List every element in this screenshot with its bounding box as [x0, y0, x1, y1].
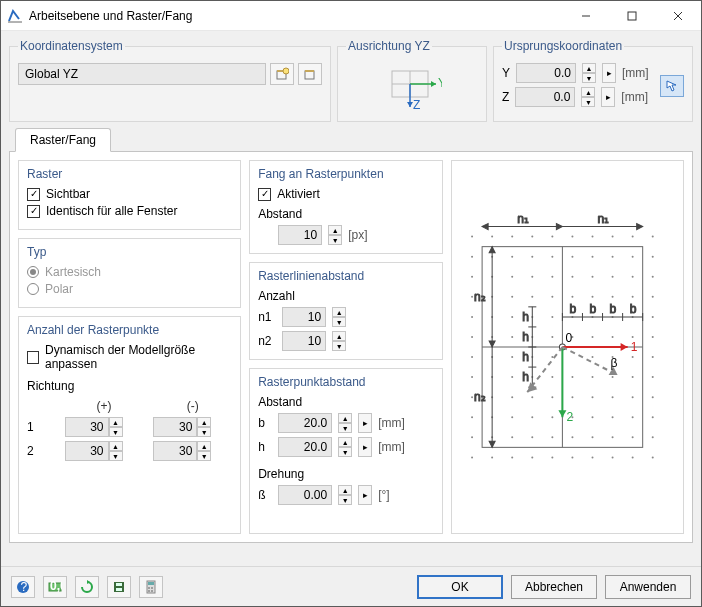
direction-2-label: 2 [27, 444, 55, 458]
svg-point-79 [572, 276, 574, 278]
snap-distance-value[interactable] [278, 225, 322, 245]
save-button[interactable] [107, 576, 131, 598]
svg-point-39 [471, 276, 473, 278]
svg-point-102 [552, 336, 554, 338]
snap-enabled-checkbox[interactable]: Aktiviert [258, 187, 434, 201]
beta-value[interactable] [278, 485, 332, 505]
calculator-button[interactable] [139, 576, 163, 598]
help-button[interactable]: ? [11, 576, 35, 598]
reset-button[interactable] [75, 576, 99, 598]
svg-point-125 [552, 396, 554, 398]
dynamic-size-checkbox[interactable]: Dynamisch der Modellgröße anpassen [27, 343, 232, 371]
svg-text:0,00: 0,00 [50, 580, 62, 593]
gridpoint-spacing-group: Rasterpunktabstand Abstand b ▲▼ ▸ [mm] h [249, 368, 443, 534]
svg-point-44 [652, 316, 654, 318]
ok-button[interactable]: OK [417, 575, 503, 599]
svg-point-123 [511, 396, 513, 398]
cancel-button[interactable]: Abbrechen [511, 575, 597, 599]
coordinate-system-value[interactable] [18, 63, 266, 85]
svg-point-106 [632, 336, 634, 338]
svg-text:Y: Y [438, 76, 442, 90]
type-cartesian-radio: Kartesisch [27, 265, 232, 279]
svg-marker-142 [482, 224, 488, 230]
svg-point-60 [572, 436, 574, 438]
origin-y-value[interactable] [516, 63, 576, 83]
orientation-group: Ausrichtung YZ Y Z [337, 39, 487, 122]
direction-plus-header: (+) [65, 399, 144, 413]
apply-button[interactable]: Anwenden [605, 575, 691, 599]
beta-label: ß [258, 488, 272, 502]
raster-legend: Raster [27, 167, 232, 181]
raster-visible-checkbox[interactable]: Sichtbar [27, 187, 232, 201]
svg-point-120 [612, 376, 614, 378]
svg-marker-178 [621, 343, 628, 351]
svg-point-84 [511, 296, 513, 298]
minimize-button[interactable] [563, 1, 609, 31]
direction-label: Richtung [27, 379, 232, 393]
dir1-plus-value[interactable] [65, 417, 109, 437]
origin-y-step[interactable]: ▸ [602, 63, 616, 83]
origin-z-step[interactable]: ▸ [601, 87, 615, 107]
svg-text:h: h [522, 310, 529, 324]
origin-z-down[interactable]: ▼ [581, 97, 595, 107]
gridpoint-count-legend: Anzahl der Rasterpunkte [27, 323, 232, 337]
origin-y-down[interactable]: ▼ [582, 73, 596, 83]
svg-text:Z: Z [413, 98, 420, 112]
orientation-legend: Ausrichtung YZ [346, 39, 432, 53]
origin-row-y: Y ▲▼ ▸ [mm] [502, 63, 684, 83]
svg-point-118 [572, 376, 574, 378]
svg-point-25 [592, 236, 594, 238]
svg-point-28 [652, 236, 654, 238]
dir1-minus-value[interactable] [153, 417, 197, 437]
svg-text:b: b [630, 302, 637, 316]
svg-marker-152 [489, 441, 495, 447]
origin-y-up[interactable]: ▲ [582, 63, 596, 73]
svg-point-54 [652, 416, 654, 418]
close-button[interactable] [655, 1, 701, 31]
b-value[interactable] [278, 413, 332, 433]
svg-point-31 [511, 256, 513, 258]
svg-text:n₂: n₂ [474, 390, 486, 404]
svg-point-58 [531, 436, 533, 438]
svg-marker-150 [489, 341, 495, 347]
svg-point-73 [632, 456, 634, 458]
gridline-count-label: Anzahl [258, 289, 434, 303]
n1-value[interactable] [282, 307, 326, 327]
maximize-button[interactable] [609, 1, 655, 31]
check-icon [27, 351, 39, 364]
svg-point-129 [632, 396, 634, 398]
dir2-plus-value[interactable] [65, 441, 109, 461]
origin-z-value[interactable] [515, 87, 575, 107]
coord-new-button[interactable] [270, 63, 294, 85]
origin-z-unit: [mm] [621, 90, 648, 104]
origin-z-up[interactable]: ▲ [581, 87, 595, 97]
units-button[interactable]: 0,00 [43, 576, 67, 598]
svg-point-126 [572, 396, 574, 398]
raster-identical-checkbox[interactable]: Identisch für alle Fenster [27, 204, 232, 218]
pick-origin-button[interactable] [660, 75, 684, 97]
coordinate-system-group: Koordinatensystem [9, 39, 331, 122]
svg-text:β: β [611, 356, 618, 370]
n2-value[interactable] [282, 331, 326, 351]
snap-group: Fang an Rasterpunkten Aktiviert Abstand … [249, 160, 443, 254]
check-icon [258, 188, 271, 201]
coord-library-button[interactable] [298, 63, 322, 85]
svg-point-67 [511, 456, 513, 458]
svg-point-42 [652, 296, 654, 298]
tab-raster-fang[interactable]: Raster/Fang [15, 128, 111, 152]
svg-point-64 [652, 436, 654, 438]
h-value[interactable] [278, 437, 332, 457]
svg-point-201 [151, 590, 153, 592]
svg-marker-149 [489, 247, 495, 253]
svg-point-47 [471, 356, 473, 358]
svg-rect-197 [148, 582, 154, 585]
gridpoint-count-group: Anzahl der Rasterpunkte Dynamisch der Mo… [18, 316, 241, 534]
origin-group: Ursprungskoordinaten Y ▲▼ ▸ [mm] Z ▲▼ ▸ … [493, 39, 693, 122]
svg-point-132 [531, 416, 533, 418]
dir2-minus-value[interactable] [153, 441, 197, 461]
svg-point-50 [652, 376, 654, 378]
svg-point-62 [612, 436, 614, 438]
beta-unit: [°] [378, 488, 389, 502]
svg-point-117 [552, 376, 554, 378]
rotation-label: Drehung [258, 467, 434, 481]
